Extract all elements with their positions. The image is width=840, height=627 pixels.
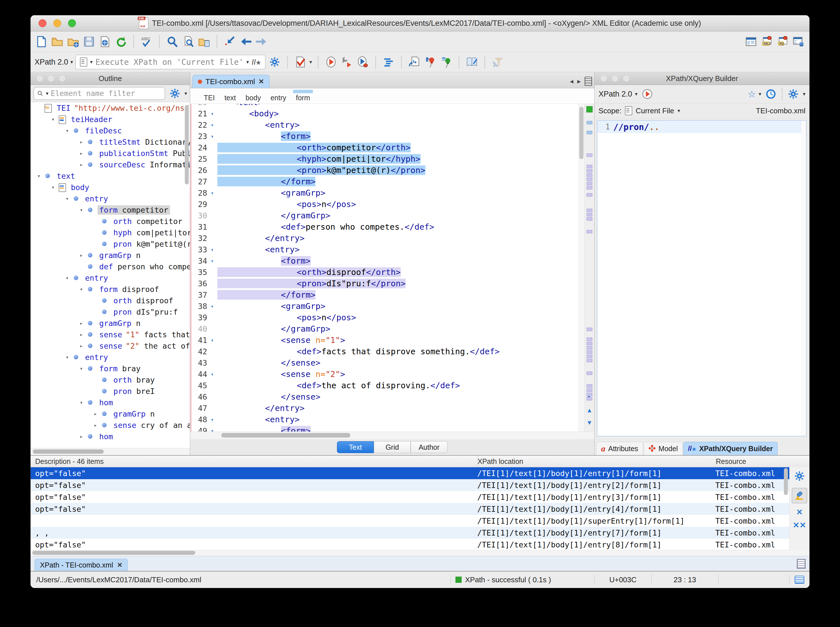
xslt-debugger-button[interactable]: XSLT <box>760 35 774 49</box>
editor-line[interactable]: 44▾<sense n="2"> <box>190 369 578 380</box>
view-tab-author[interactable]: Author <box>411 441 447 453</box>
outline-item[interactable]: hyphcom|peti|tor <box>31 227 190 238</box>
outline-item[interactable]: ▸sensecry of an as <box>31 419 190 431</box>
result-marker[interactable] <box>587 346 592 350</box>
outline-item[interactable]: ▾entry <box>31 193 190 204</box>
overview-ruler[interactable]: ✕ ▲ ▼ <box>584 104 594 432</box>
result-marker[interactable] <box>587 217 592 221</box>
result-row[interactable]: opt="false"/TEI[1]/text[1]/body[1]/entry… <box>31 467 809 479</box>
database-perspective-button[interactable] <box>792 35 805 49</box>
search-button[interactable] <box>166 35 179 49</box>
view-tab-text[interactable]: Text <box>337 441 374 453</box>
open-url-button[interactable] <box>66 35 80 49</box>
breadcrumb-item-form[interactable]: form <box>296 94 310 102</box>
editor-line[interactable]: 47</entry> <box>190 402 578 414</box>
outline-item[interactable]: ▸gramGrpn <box>31 249 190 261</box>
xpath-settings-gear-icon[interactable] <box>268 55 281 69</box>
result-marker[interactable] <box>587 213 592 216</box>
result-marker[interactable] <box>587 350 592 354</box>
outline-item[interactable]: ▸gramGrpn <box>31 408 190 419</box>
documentation-book-button[interactable] <box>465 55 478 69</box>
editor-horizontal-scrollbar[interactable] <box>190 432 594 439</box>
editor-line[interactable]: 21▾<body> <box>190 108 578 119</box>
editor-line[interactable]: 22▾<entry> <box>190 119 578 131</box>
breadcrumb-item-TEI[interactable]: TEI <box>204 94 215 102</box>
outline-item[interactable]: ▾teiHeader <box>31 113 190 125</box>
editor-line[interactable]: 41▾<sense n="1"> <box>190 334 578 346</box>
chevron-down-icon[interactable]: ▾ <box>309 59 312 65</box>
format-file-button[interactable] <box>407 55 421 69</box>
breadcrumb-item-text[interactable]: text <box>224 94 236 102</box>
outline-item[interactable]: pronk@m"petit@(r <box>31 238 190 249</box>
result-row[interactable]: opt="false"/TEI[1]/text[1]/body[1]/entry… <box>31 503 809 515</box>
highlight-results-button[interactable] <box>792 488 807 503</box>
zoom-window-button[interactable] <box>68 19 76 27</box>
feedback-chat-icon[interactable] <box>795 576 804 584</box>
result-marker[interactable] <box>587 178 592 181</box>
outline-item[interactable]: ▸sense"1"facts that <box>31 329 190 340</box>
result-marker[interactable] <box>587 230 592 233</box>
spell-check-button[interactable]: ABC <box>140 35 153 49</box>
outline-item[interactable]: ▾formdisproof <box>31 284 190 295</box>
format-indent-button[interactable] <box>382 55 395 69</box>
tab-list-icon[interactable] <box>585 77 592 86</box>
result-row[interactable]: opt="false"/TEI[1]/text[1]/body[1]/entry… <box>31 539 809 550</box>
editor-line[interactable]: 30</gramGrp> <box>190 210 578 221</box>
editor-line[interactable]: 28▾<gramGrp> <box>190 187 578 198</box>
outline-item[interactable]: ▸titleStmtDictionary sa <box>31 136 190 148</box>
close-tab-icon[interactable]: ✕ <box>117 561 122 569</box>
validate-button[interactable] <box>294 55 307 69</box>
close-result-icon[interactable]: ✕ <box>796 508 802 516</box>
editor-line[interactable]: 40</gramGrp> <box>190 323 578 334</box>
document-globe-button[interactable] <box>98 35 112 49</box>
green-pin-button[interactable] <box>439 55 453 69</box>
outline-item[interactable]: ▾body <box>31 181 190 193</box>
editor-line[interactable]: 42<def>facts that disprove something.</d… <box>190 346 578 357</box>
configure-transformation-button[interactable] <box>340 55 354 69</box>
tab-xpath-xquery-builder[interactable]: //★ XPath/XQuery Builder <box>683 442 778 455</box>
execute-xpath-button[interactable] <box>641 87 654 101</box>
element-filter-input[interactable]: ▾ Element name filter <box>33 87 165 100</box>
xpath-expression[interactable]: //pron/.. <box>613 122 660 132</box>
result-marker[interactable] <box>587 186 592 189</box>
result-marker[interactable] <box>587 397 592 400</box>
editor-line[interactable]: 39<pos>n</pos> <box>190 312 578 323</box>
previous-marker-icon[interactable]: ▲ <box>586 406 592 414</box>
outline-item[interactable]: ▾entry <box>31 351 190 363</box>
save-button[interactable] <box>82 35 96 49</box>
outline-item[interactable]: ▾hom <box>31 397 190 408</box>
previous-tab-icon[interactable]: ◂ <box>570 77 573 85</box>
outline-item[interactable]: ▸gramGrpn <box>31 317 190 329</box>
outline-settings-gear-icon[interactable] <box>168 87 182 100</box>
result-marker[interactable] <box>587 389 592 392</box>
result-marker[interactable] <box>587 393 592 396</box>
results-vertical-scrollbar[interactable] <box>784 468 789 545</box>
result-marker[interactable] <box>587 372 592 375</box>
result-marker[interactable] <box>587 153 592 157</box>
result-row[interactable]: opt="false"/TEI[1]/text[1]/body[1]/entry… <box>31 479 809 491</box>
editor-line[interactable]: 29<pos>n</pos> <box>190 198 578 210</box>
result-marker[interactable] <box>587 173 592 177</box>
editor-line[interactable]: 27</form> <box>190 176 578 187</box>
outline-item[interactable]: prondIs"pru:f <box>31 306 190 317</box>
editor-line[interactable]: 43</sense> <box>190 357 578 369</box>
outline-item[interactable]: ▾entry <box>31 272 190 284</box>
results-settings-gear-icon[interactable] <box>793 469 806 483</box>
close-window-button[interactable] <box>38 19 46 27</box>
result-row[interactable]: opt="false"/TEI[1]/text[1]/body[1]/entry… <box>31 491 809 503</box>
find-replace-in-folder-button[interactable] <box>197 35 211 49</box>
editor-line[interactable]: 34▾<form> <box>190 255 578 266</box>
outline-item[interactable]: orthbray <box>31 374 190 386</box>
outline-item[interactable]: TEI"http://www.tei-c.org/ns/1. <box>31 102 190 113</box>
editor-line[interactable]: 26<pron>k@m"petit@(r)</pron> <box>190 165 578 176</box>
xquery-debugger-button[interactable]: XQ <box>776 35 789 49</box>
tab-model[interactable]: Model <box>644 442 683 455</box>
xpath-expression-editor[interactable]: 1 //pron/.. <box>597 120 807 436</box>
result-marker[interactable] <box>587 182 592 185</box>
breadcrumb-item-entry[interactable]: entry <box>270 94 286 102</box>
view-tab-grid[interactable]: Grid <box>374 441 411 453</box>
column-xpath-location[interactable]: XPath location <box>477 456 716 467</box>
xpath-version-dropdown[interactable]: XPath 2.0 <box>598 90 632 99</box>
close-tab-icon[interactable]: ✕ <box>259 77 264 85</box>
tab-attributes[interactable]: a Attributes <box>596 442 643 455</box>
